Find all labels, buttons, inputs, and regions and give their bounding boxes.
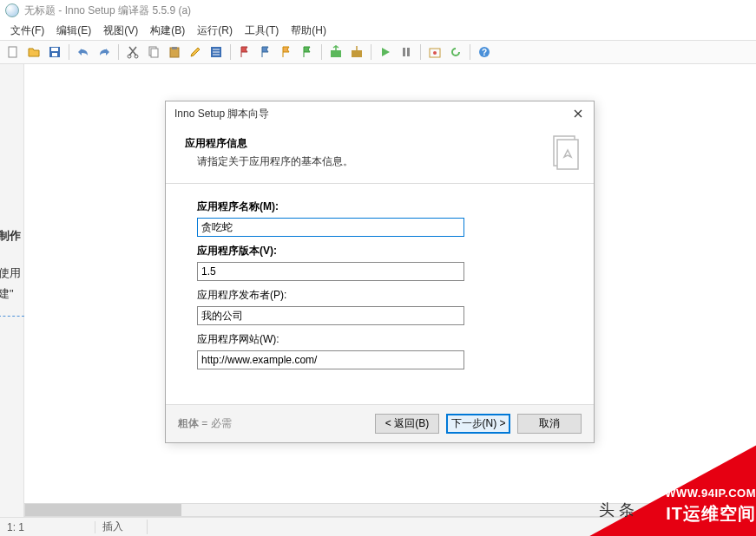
paste-icon[interactable] — [165, 42, 184, 62]
svg-rect-7 — [151, 49, 158, 57]
horizontal-scrollbar[interactable] — [24, 503, 756, 517]
pause-icon[interactable] — [397, 42, 416, 62]
menu-file[interactable]: 文件(F) — [5, 22, 49, 40]
window-title: 无标题 - Inno Setup 编译器 5.5.9 (a) — [24, 3, 191, 18]
flag-blue-icon[interactable] — [256, 42, 275, 62]
open-icon[interactable] — [24, 42, 43, 62]
statusbar: 1: 1 插入 — [0, 517, 756, 536]
cancel-button[interactable]: 取消 — [517, 414, 582, 434]
select-all-icon[interactable] — [207, 42, 226, 62]
svg-text:?: ? — [482, 48, 487, 57]
background-text: 制作 使用 建" — [0, 226, 24, 317]
required-note: 粗体 = 必需 — [178, 416, 232, 431]
close-button[interactable] — [568, 105, 588, 122]
app-publisher-label: 应用程序发布者(P): — [197, 288, 562, 303]
target-icon[interactable] — [425, 42, 444, 62]
dialog-title: Inno Setup 脚本向导 — [174, 107, 269, 121]
dialog-header: 应用程序信息 请指定关于应用程序的基本信息。 — [166, 126, 594, 184]
svg-point-16 — [433, 51, 437, 55]
compile-icon[interactable] — [326, 42, 345, 62]
svg-rect-14 — [407, 48, 410, 56]
copy-icon[interactable] — [144, 42, 163, 62]
app-version-input[interactable] — [197, 262, 464, 281]
app-version-label: 应用程序版本(V): — [197, 244, 562, 258]
dialog-footer: 粗体 = 必需 < 返回(B) 下一步(N) > 取消 — [166, 404, 594, 442]
undo-icon[interactable] — [74, 42, 93, 62]
refresh-icon[interactable] — [446, 42, 465, 62]
status-mode: 插入 — [95, 520, 148, 534]
menu-help[interactable]: 帮助(H) — [286, 22, 332, 40]
app-name-label: 应用程序名称(M): — [197, 199, 562, 214]
svg-rect-11 — [331, 50, 341, 57]
app-website-label: 应用程序网站(W): — [197, 332, 562, 347]
dialog-titlebar: Inno Setup 脚本向导 — [166, 101, 594, 126]
toolbar: ? — [0, 40, 756, 64]
status-position: 1: 1 — [0, 521, 95, 533]
app-publisher-input[interactable] — [197, 306, 464, 325]
new-icon[interactable] — [3, 42, 23, 62]
scrollbar-thumb[interactable] — [25, 504, 181, 516]
svg-rect-13 — [403, 48, 405, 56]
svg-rect-12 — [352, 50, 362, 57]
wizard-dialog: Inno Setup 脚本向导 应用程序信息 请指定关于应用程序的基本信息。 应… — [165, 101, 595, 443]
menu-edit[interactable]: 编辑(E) — [51, 22, 96, 40]
next-button[interactable]: 下一步(N) > — [446, 414, 510, 434]
menubar: 文件(F) 编辑(E) 视图(V) 构建(B) 运行(R) 工具(T) 帮助(H… — [0, 21, 756, 40]
run-icon[interactable] — [376, 42, 395, 62]
app-website-input[interactable] — [197, 350, 464, 369]
flag-orange-icon[interactable] — [277, 42, 296, 62]
app-name-input[interactable] — [197, 218, 464, 237]
cut-icon[interactable] — [123, 42, 142, 62]
menu-view[interactable]: 视图(V) — [98, 22, 143, 40]
header-title: 应用程序信息 — [185, 136, 353, 151]
redo-icon[interactable] — [95, 42, 114, 62]
svg-rect-20 — [557, 140, 578, 169]
app-icon — [5, 3, 19, 17]
header-subtitle: 请指定关于应用程序的基本信息。 — [185, 154, 353, 169]
menu-tools[interactable]: 工具(T) — [240, 22, 284, 40]
save-icon[interactable] — [45, 42, 64, 62]
dialog-body: 应用程序名称(M): 应用程序版本(V): 应用程序发布者(P): 应用程序网站… — [166, 184, 594, 404]
back-button[interactable]: < 返回(B) — [375, 414, 439, 434]
menu-run[interactable]: 运行(R) — [192, 22, 238, 40]
compile2-icon[interactable] — [347, 42, 366, 62]
svg-rect-9 — [172, 47, 177, 49]
flag-green-icon[interactable] — [298, 42, 317, 62]
svg-rect-2 — [51, 48, 58, 51]
edit-icon[interactable] — [186, 42, 205, 62]
svg-rect-3 — [52, 53, 57, 56]
help-icon[interactable]: ? — [475, 42, 494, 62]
menu-build[interactable]: 构建(B) — [145, 22, 190, 40]
flag-red-icon[interactable] — [235, 42, 254, 62]
svg-rect-0 — [9, 47, 16, 57]
document-icon — [549, 133, 582, 173]
titlebar: 无标题 - Inno Setup 编译器 5.5.9 (a) — [0, 0, 756, 21]
